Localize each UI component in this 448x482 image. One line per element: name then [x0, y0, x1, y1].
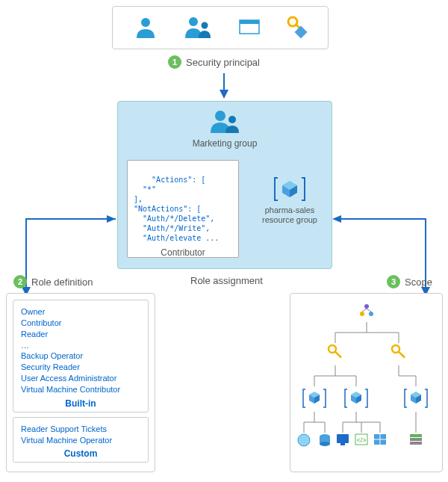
code-icon: </> [355, 434, 367, 445]
svg-point-62 [320, 442, 330, 446]
svg-point-40 [364, 304, 369, 309]
key-icon [329, 345, 342, 358]
key-icon [392, 345, 405, 358]
svg-rect-7 [295, 25, 308, 38]
group-icon [183, 14, 213, 42]
arrow-right-icon [332, 215, 433, 305]
grid-icon [374, 434, 386, 445]
role-item: Security Reader [21, 362, 140, 373]
contributor-label: Contributor [127, 247, 239, 258]
role-item: Owner [21, 306, 140, 318]
server-icon [410, 434, 422, 445]
badge-3: 3 [387, 275, 400, 288]
role-item: Backup Operator [21, 350, 140, 362]
role-item: Reader [21, 329, 140, 340]
scope-panel: </> [290, 293, 443, 472]
key-icon [285, 14, 308, 42]
role-definition-text: Role definition [31, 276, 93, 288]
custom-roles-list: Reader Support TicketsVirtual Machine Op… [21, 424, 140, 446]
builtin-label: Built-in [21, 398, 140, 409]
svg-point-1 [189, 17, 198, 26]
svg-point-42 [369, 312, 373, 316]
badge-2: 2 [13, 275, 27, 288]
svg-point-41 [360, 312, 364, 316]
svg-point-0 [141, 18, 150, 27]
svg-text:</>: </> [356, 436, 366, 444]
globe-icon [298, 434, 310, 446]
role-item: Contributor [21, 318, 140, 329]
arrow-left-icon [19, 215, 119, 305]
app-icon [238, 17, 261, 39]
scope-label: 3 Scope [387, 275, 432, 288]
svg-rect-46 [335, 350, 342, 358]
cube-bracket-icon [303, 389, 326, 407]
custom-label: Custom [21, 448, 140, 459]
role-json-text: "Actions": [ "*" ], "NotActions": [ "Aut… [134, 176, 219, 242]
svg-rect-71 [410, 442, 422, 445]
role-assignment-label: Role assignment [190, 275, 263, 286]
group-icon [208, 126, 241, 137]
svg-line-43 [362, 309, 367, 312]
role-item: Virtual Machine Contributor [21, 384, 140, 395]
marketing-group-label: Marketing group [118, 138, 332, 149]
role-item: … [21, 340, 140, 351]
badge-1: 1 [168, 55, 181, 69]
svg-rect-63 [340, 443, 345, 445]
svg-line-44 [367, 309, 371, 312]
role-item: Reader Support Tickets [21, 424, 140, 435]
cube-bracket-icon [405, 389, 427, 407]
database-icon [320, 434, 330, 446]
svg-rect-49 [398, 350, 405, 358]
svg-marker-9 [220, 90, 228, 99]
scope-hierarchy-tree: </> [290, 294, 444, 473]
svg-point-11 [228, 116, 236, 123]
cube-bracket-icon [345, 389, 367, 407]
cube-bracket-icon [273, 195, 306, 206]
role-definition-label: 2 Role definition [13, 275, 93, 288]
scope-text: Scope [405, 276, 432, 288]
custom-roles-box: Reader Support TicketsVirtual Machine Op… [13, 417, 149, 463]
security-principal-label: 1 Security principal [168, 55, 260, 69]
svg-rect-70 [410, 438, 422, 441]
role-definition-panel: OwnerContributorReader…Backup OperatorSe… [6, 293, 155, 472]
resource-group-label: pharma-sales resource group [256, 206, 323, 225]
role-assignment-panel: Marketing group "Actions": [ "*" ], "Not… [117, 101, 332, 269]
builtin-roles-box: OwnerContributorReader…Backup OperatorSe… [13, 300, 149, 413]
role-item: Virtual Machine Operator [21, 435, 140, 446]
builtin-roles-list: OwnerContributorReader…Backup OperatorSe… [21, 306, 140, 395]
hierarchy-icon [360, 304, 373, 316]
arrow-down-icon [219, 73, 229, 99]
svg-marker-15 [107, 215, 116, 223]
role-json-snippet: "Actions": [ "*" ], "NotActions": [ "Aut… [127, 160, 239, 258]
monitor-icon [337, 434, 349, 443]
svg-marker-17 [332, 215, 341, 223]
svg-point-10 [215, 111, 225, 121]
security-principal-text: Security principal [186, 57, 260, 68]
svg-rect-4 [240, 20, 259, 24]
svg-point-2 [202, 22, 208, 28]
svg-rect-69 [410, 434, 422, 437]
role-item: User Access Administrator [21, 373, 140, 384]
user-icon [133, 14, 158, 42]
security-principal-panel [112, 6, 329, 49]
